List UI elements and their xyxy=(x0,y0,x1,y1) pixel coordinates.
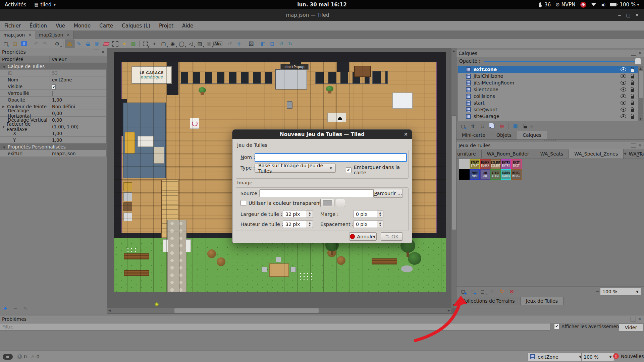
property-row[interactable]: Verrouillé xyxy=(0,90,106,97)
eye-icon[interactable] xyxy=(621,67,626,71)
scroll-up-icon[interactable]: ▲ xyxy=(451,48,456,53)
eye-icon[interactable] xyxy=(621,101,626,105)
pan-icon[interactable]: + xyxy=(234,40,244,48)
undo-icon[interactable]: ↶ xyxy=(32,40,41,48)
property-row[interactable]: ID53 xyxy=(0,70,106,76)
debian-icon[interactable]: @ xyxy=(580,2,586,8)
scroll-right-icon[interactable]: ▶ xyxy=(448,309,450,312)
slider-handle[interactable] xyxy=(635,58,641,65)
close-button[interactable]: ✕ xyxy=(633,12,641,18)
bucket-fill-icon[interactable]: ◒ xyxy=(84,40,93,48)
lower-layer-icon[interactable]: ⇊ xyxy=(478,122,487,130)
tab-calques[interactable]: Calques xyxy=(517,131,547,139)
scroll-down-icon[interactable]: ▼ xyxy=(451,304,456,307)
opacity-slider[interactable] xyxy=(484,58,641,64)
delete-layer-icon[interactable]: ⊗ xyxy=(497,122,506,130)
tile-zone[interactable]: ZONEZONE xyxy=(470,169,480,180)
tileset-zoom-select[interactable]: 100 %▼ xyxy=(600,288,641,296)
close-icon[interactable]: ✕ xyxy=(66,33,70,37)
ok-button[interactable]: ⮌ OK xyxy=(381,232,403,241)
layer-row-silentzone[interactable]: silentZone xyxy=(458,86,643,93)
lock-icon[interactable] xyxy=(631,82,634,85)
random-mode-icon[interactable]: ⚄ xyxy=(247,40,256,48)
layer-row-siteqwant[interactable]: siteQwant xyxy=(458,106,643,113)
layer-row-exitzone[interactable]: exitZone xyxy=(458,66,643,73)
float-panel-icon[interactable] xyxy=(631,143,636,148)
tileset-view-empty[interactable] xyxy=(457,180,644,287)
new-map-icon[interactable]: ▢ xyxy=(1,40,10,48)
property-section[interactable]: ▼Calque de Tuiles xyxy=(0,63,106,70)
insert-template-icon[interactable]: ▣▾ xyxy=(204,40,213,48)
property-row[interactable]: Décalage Horizontal0,00 xyxy=(0,110,106,117)
redo-icon[interactable]: ↷ xyxy=(41,40,50,48)
flip-vertical-icon[interactable]: ⊟ xyxy=(268,40,277,48)
problems-filter-input[interactable] xyxy=(0,323,550,330)
lock-icon[interactable] xyxy=(631,89,634,92)
problems-panel-header[interactable]: Problèmes ✕ xyxy=(0,315,644,323)
tile-width-spinner[interactable]: 32 pix▲▼ xyxy=(283,210,313,218)
scrollbar-thumb[interactable] xyxy=(452,115,456,230)
duplicate-layer-icon[interactable] xyxy=(488,122,497,130)
menu-fichier[interactable]: Fichier xyxy=(0,21,25,30)
terrain-brush-icon[interactable]: ✎ xyxy=(74,40,84,48)
status-zoom-select[interactable]: 100 %▼ xyxy=(581,353,614,361)
insert-ellipse-icon[interactable]: ◯▾ xyxy=(177,40,186,48)
transparent-color-checkbox[interactable]: Utiliser la couleur transparente : xyxy=(240,200,327,206)
tileset-type-select[interactable]: Basé sur l'Image du Jeu de Tuiles ▼ xyxy=(255,164,336,173)
browse-button[interactable]: Parcourir ... xyxy=(373,189,403,198)
float-panel-icon[interactable] xyxy=(631,317,636,321)
volume-icon[interactable]: ◀) xyxy=(601,2,606,7)
lock-icon[interactable] xyxy=(631,109,634,112)
run-command-icon[interactable]: ⚙▾ xyxy=(53,40,62,48)
menu-calques[interactable]: Calques (L) xyxy=(117,21,155,30)
remove-tileset-icon[interactable]: ⊗ xyxy=(507,287,516,295)
battery-indicator[interactable]: 100 % ▼ xyxy=(610,0,639,9)
raise-layer-icon[interactable]: ⇈ xyxy=(468,122,477,130)
edit-tileset-icon[interactable]: ✎ xyxy=(488,287,497,295)
eye-icon[interactable] xyxy=(621,74,626,78)
menu-projet[interactable]: Projet xyxy=(155,21,178,30)
fit-view-icon[interactable]: ↵ xyxy=(596,288,600,294)
tile-jitsi[interactable]: JITSIJITSI xyxy=(490,169,501,180)
cancel-button[interactable]: Annuler xyxy=(349,232,377,241)
clear-problems-button[interactable]: Vider xyxy=(619,323,643,331)
properties-panel-header[interactable]: Propriétés ✕ xyxy=(0,48,107,56)
current-layer-select[interactable]: exitZone▼ xyxy=(528,353,584,361)
tileset-tab-furniture[interactable]: urniture xyxy=(456,150,482,158)
eye-icon[interactable] xyxy=(621,87,626,92)
layers-scrollbar[interactable]: ▲ ▼ xyxy=(638,66,643,121)
close-panel-icon[interactable]: ✕ xyxy=(638,143,642,148)
close-panel-icon[interactable]: ✕ xyxy=(638,317,641,321)
menu-monde[interactable]: Monde xyxy=(69,21,95,30)
lock-icon[interactable] xyxy=(631,116,634,119)
scrollbar-thumb[interactable] xyxy=(174,308,319,313)
eye-icon[interactable] xyxy=(621,94,626,98)
stamp-brush-icon[interactable] xyxy=(65,40,74,48)
tab-mini-carte[interactable]: Mini-carte xyxy=(457,131,491,139)
lock-icon[interactable] xyxy=(631,69,634,72)
spacing-spinner[interactable]: 0 pix▲▼ xyxy=(353,220,383,228)
export-tileset-icon[interactable]: ▢➝ xyxy=(478,287,487,295)
close-panel-icon[interactable]: ✕ xyxy=(101,50,105,54)
new-layer-icon[interactable]: ▢ xyxy=(459,122,468,130)
property-row[interactable]: exitUrlmap2.json xyxy=(0,150,106,157)
error-count-badge[interactable]: ! 0 xyxy=(17,354,27,359)
property-section[interactable]: ▼Propriétés Personnalisées xyxy=(0,143,106,150)
tileset-tab-wa-tables[interactable]: WA_Tables xyxy=(624,150,644,158)
tile-entry[interactable]: ENTRYENTRY xyxy=(501,159,511,169)
select-layer-tiles-icon[interactable]: ▣ xyxy=(511,122,520,130)
property-row[interactable]: ▼Facteur de Parallaxe (1.00, 1.00) xyxy=(0,123,106,130)
property-row[interactable]: X1,00 xyxy=(0,130,106,137)
column-header-value[interactable]: Valeur xyxy=(50,57,107,62)
flip-horizontal-icon[interactable]: ◧ xyxy=(259,40,268,48)
news-button[interactable]: ! Nouvelles xyxy=(613,353,644,359)
clock[interactable]: lun. 30 mai 16:12 xyxy=(297,2,346,8)
open-icon[interactable]: ▤ xyxy=(10,40,19,48)
shape-fill-icon[interactable]: ▣ xyxy=(93,40,102,48)
insert-polygon-icon[interactable]: ◁▾ xyxy=(186,40,195,48)
insert-tile-icon[interactable]: ▨▾ xyxy=(195,40,204,48)
tileset-tab-wa-room-builder[interactable]: WA_Room_Builder xyxy=(482,150,535,158)
tabs-menu-icon[interactable]: ▼ xyxy=(637,152,640,155)
tileset-tab-wa-special-zones[interactable]: WA_Special_Zones xyxy=(569,149,624,159)
insert-point-icon[interactable]: ◉▾ xyxy=(168,40,177,48)
